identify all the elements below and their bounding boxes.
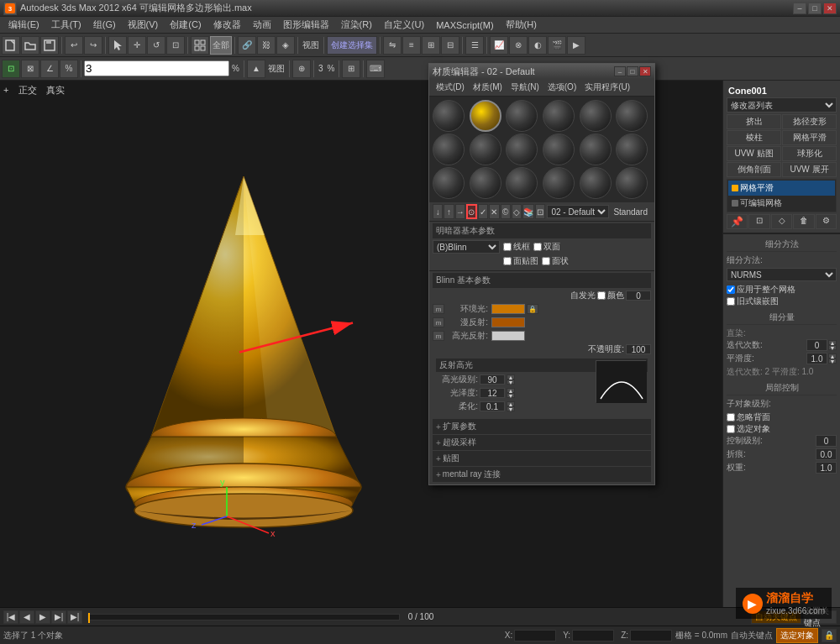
mat-sphere-2-active[interactable] xyxy=(470,100,501,132)
self-illum-color-checkbox[interactable] xyxy=(597,291,606,300)
close-button[interactable]: ✕ xyxy=(823,3,837,14)
menu-customize[interactable]: 自定义(U) xyxy=(379,17,429,33)
modifier-stack-active-item[interactable]: 网格平滑 xyxy=(728,181,835,196)
mat-sphere-3[interactable] xyxy=(506,100,538,132)
glossiness-down[interactable]: ▼ xyxy=(507,393,515,398)
redo-btn[interactable]: ↪ xyxy=(84,36,102,55)
menu-help[interactable]: 帮助(H) xyxy=(501,17,542,33)
menu-group[interactable]: 组(G) xyxy=(88,17,121,33)
mat-menu-navigate[interactable]: 导航(N) xyxy=(507,81,543,94)
mod-btn-uvw[interactable]: UVW 贴图 xyxy=(727,146,781,161)
mat-menu-mode[interactable]: 模式(D) xyxy=(433,81,468,94)
menu-tools[interactable]: 工具(T) xyxy=(46,17,87,33)
mat-select-by-mat-btn[interactable]: ⊡ xyxy=(535,204,545,219)
glossiness-input[interactable] xyxy=(480,388,505,398)
soften-input[interactable] xyxy=(480,401,505,411)
x-coord-input[interactable] xyxy=(514,630,556,641)
mat-sphere-5[interactable] xyxy=(580,100,612,132)
hide-sel-checkbox[interactable] xyxy=(727,413,735,421)
select-btn[interactable] xyxy=(108,36,127,55)
faceted-check[interactable]: 面状 xyxy=(542,255,569,267)
old-style-check[interactable]: 旧式镶嵌图 xyxy=(727,296,837,307)
new-scene-btn[interactable] xyxy=(2,36,20,55)
prev-frame-btn[interactable]: ◀ xyxy=(19,610,34,624)
render-setup-btn[interactable]: 🎬 xyxy=(548,36,566,55)
mat-sphere-8[interactable] xyxy=(470,134,501,165)
minimize-button[interactable]: – xyxy=(793,3,806,14)
facemap-checkbox[interactable] xyxy=(503,257,512,265)
modifier-stack-base-item[interactable]: 可编辑网格 xyxy=(728,196,835,211)
opacity-input[interactable] xyxy=(626,344,651,354)
mat-put-to-lib-btn[interactable]: 📚 xyxy=(522,204,534,219)
mat-editor-close-btn[interactable]: ✕ xyxy=(639,66,651,76)
align-btn[interactable]: ≡ xyxy=(402,36,421,55)
make-unique-btn[interactable]: ◇ xyxy=(771,214,792,229)
mat-reset-btn[interactable]: ✕ xyxy=(489,204,499,219)
save-btn[interactable] xyxy=(40,36,59,55)
mat-sphere-16[interactable] xyxy=(543,167,575,199)
old-style-checkbox[interactable] xyxy=(727,297,735,306)
mat-menu-utilities[interactable]: 实用程序(U) xyxy=(581,81,633,94)
time-range-slider[interactable] xyxy=(87,614,400,620)
mat-sphere-10[interactable] xyxy=(543,134,575,165)
mat-editor-min-btn[interactable]: – xyxy=(614,66,626,76)
wire-check[interactable]: 线框 xyxy=(503,241,530,253)
mat-sphere-18[interactable] xyxy=(616,167,648,199)
twosided-check[interactable]: 双面 xyxy=(533,241,560,253)
weight-input[interactable] xyxy=(816,462,837,474)
mat-sphere-4[interactable] xyxy=(543,100,575,132)
render-smooth-down[interactable]: ▼ xyxy=(828,359,837,364)
render-iter-down[interactable]: ▼ xyxy=(828,345,837,350)
bind-btn[interactable]: ◈ xyxy=(276,36,295,55)
mat-sphere-1[interactable] xyxy=(433,100,465,132)
create-selection-btn[interactable]: 创建选择集 xyxy=(327,36,377,55)
menu-edit[interactable]: 编辑(E) xyxy=(3,17,45,33)
mat-sphere-12[interactable] xyxy=(616,134,648,165)
goto-start-btn[interactable]: |◀ xyxy=(3,610,18,624)
material-name-select[interactable]: 02 - Default xyxy=(547,205,609,218)
open-btn[interactable] xyxy=(21,36,39,55)
mat-sphere-11[interactable] xyxy=(580,134,612,165)
mod-btn-twist[interactable]: 捻径变形 xyxy=(782,114,837,129)
mat-menu-options[interactable]: 选项(O) xyxy=(544,81,580,94)
apply-all-checkbox[interactable] xyxy=(727,285,735,294)
crease-input[interactable] xyxy=(816,448,837,460)
expand-supersampling[interactable]: + 超级采样 xyxy=(433,435,651,450)
self-illum-value[interactable] xyxy=(626,291,651,301)
link-btn[interactable]: 🔗 xyxy=(238,36,256,55)
mat-sphere-9[interactable] xyxy=(506,134,538,165)
facemap-check[interactable]: 面贴图 xyxy=(503,255,538,267)
pin-stack-btn[interactable]: 📌 xyxy=(727,214,748,229)
y-coord-input[interactable] xyxy=(572,630,614,641)
mod-btn-meshsmooth[interactable]: 网格平滑 xyxy=(782,130,837,145)
render-btn[interactable]: ▶ xyxy=(567,36,585,55)
mat-sphere-15[interactable] xyxy=(506,167,538,199)
move-btn[interactable]: ✛ xyxy=(128,36,146,55)
mod-btn-prism[interactable]: 棱柱 xyxy=(727,130,781,145)
expand-mental-ray[interactable]: + mental ray 连接 xyxy=(433,467,651,482)
ref-coord-btn[interactable]: ⊕ xyxy=(292,60,311,78)
menu-create[interactable]: 创建(C) xyxy=(165,17,206,33)
layers-btn[interactable]: ☰ xyxy=(465,36,484,55)
sel-obj-check[interactable]: 选定对象 xyxy=(727,423,837,435)
menu-maxscript[interactable]: MAXScript(M) xyxy=(431,18,498,32)
rotate-btn[interactable]: ↺ xyxy=(147,36,165,55)
undo-btn[interactable]: ↩ xyxy=(65,36,83,55)
modifier-list-dropdown[interactable]: 修改器列表 xyxy=(727,97,837,113)
clone-and-align-btn[interactable]: ⊟ xyxy=(441,36,459,55)
percent-snap-btn[interactable]: % xyxy=(60,60,78,78)
keyboard-shortcut-override[interactable]: ⌨ xyxy=(366,60,385,78)
mod-btn-uvw-unwrap[interactable]: UVW 展开 xyxy=(782,162,837,177)
apply-all-check[interactable]: 应用于整个网格 xyxy=(727,284,837,296)
render-iter-input[interactable] xyxy=(806,339,827,351)
mat-sphere-14[interactable] xyxy=(470,167,501,199)
scale-btn[interactable]: ⊡ xyxy=(166,36,185,55)
diffuse-map-btn[interactable]: m xyxy=(433,317,444,327)
twosided-checkbox[interactable] xyxy=(533,243,542,251)
mat-copy-btn[interactable]: © xyxy=(501,204,511,219)
sel-obj-checkbox[interactable] xyxy=(727,425,735,433)
snap-2d-btn[interactable]: ⊡ xyxy=(2,60,20,78)
mat-get-btn[interactable]: ↓ xyxy=(433,204,443,219)
menu-view[interactable]: 视图(V) xyxy=(123,17,164,33)
snap-value-input[interactable] xyxy=(84,60,229,76)
